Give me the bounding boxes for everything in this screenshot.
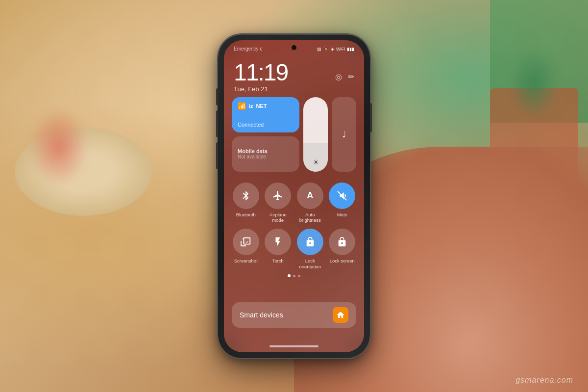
watermark: gsmarena.com — [515, 376, 573, 385]
wifi-icon: 📶 — [238, 102, 246, 110]
quick-tiles-area: 📶 iz NET Connected Mobile data Not avail… — [232, 97, 356, 172]
emergency-label: Emergency c — [234, 46, 262, 52]
music-icon: ♩ — [342, 129, 346, 140]
screenshot-button[interactable]: Screenshot — [232, 229, 260, 269]
mute-switch[interactable] — [216, 88, 218, 105]
time-display: 11:19 — [234, 61, 288, 84]
wifi-network-name: iz — [249, 103, 253, 109]
edit-icon[interactable]: ✏ — [348, 72, 354, 81]
left-quick-tiles: 📶 iz NET Connected Mobile data Not avail… — [232, 97, 299, 172]
torch-circle — [265, 229, 291, 255]
time-date-block: 11:19 Tue, Feb 21 — [234, 61, 288, 93]
auto-brightness-button[interactable]: A Auto brightness — [296, 183, 324, 223]
music-tile[interactable]: ♩ — [332, 97, 356, 172]
lock-screen-circle — [329, 229, 355, 255]
auto-brightness-label: Auto brightness — [296, 212, 324, 223]
screenshot-circle — [233, 229, 259, 255]
nfc-icon: ◈ — [331, 47, 334, 52]
mobile-data-status: Not available — [238, 154, 294, 159]
volume-down-button[interactable] — [216, 142, 218, 169]
screenshot-label: Screenshot — [234, 258, 258, 263]
mobile-data-tile[interactable]: Mobile data Not available — [232, 136, 299, 172]
controls-row-1: Bluetooth Airplane mode — [232, 183, 356, 223]
date-display: Tue, Feb 21 — [234, 85, 288, 93]
bluetooth-circle — [233, 183, 259, 209]
smart-devices-icon — [333, 307, 348, 323]
power-button[interactable] — [370, 103, 372, 132]
sim-icon: ▤ — [317, 47, 321, 52]
blur-decoration-1 — [29, 108, 88, 186]
blur-decoration-2 — [510, 49, 559, 118]
mute-icon: 🔕 — [323, 47, 329, 52]
brightness-slider[interactable]: ☀ — [303, 97, 328, 172]
wifi-status: Connected — [238, 122, 294, 128]
mute-label: Mute — [337, 212, 347, 217]
page-dots — [232, 274, 356, 277]
lock-orientation-circle — [297, 229, 323, 255]
focus-icon[interactable]: ◎ — [335, 72, 342, 81]
torch-button[interactable]: Torch — [264, 229, 293, 269]
controls-area: Bluetooth Airplane mode — [232, 183, 356, 278]
smart-devices-label: Smart devices — [240, 311, 283, 319]
controls-row-2: Screenshot Torch — [232, 229, 356, 269]
dot-active — [288, 274, 291, 277]
wifi-tile[interactable]: 📶 iz NET Connected — [232, 97, 299, 132]
airplane-circle — [265, 183, 291, 209]
bluetooth-label: Bluetooth — [236, 212, 256, 217]
time-section: 11:19 Tue, Feb 21 ◎ ✏ — [234, 61, 354, 93]
mobile-data-label: Mobile data — [238, 148, 294, 154]
airplane-mode-button[interactable]: Airplane mode — [264, 183, 293, 223]
airplane-label: Airplane mode — [264, 212, 293, 223]
dot-2 — [298, 275, 300, 277]
lock-screen-button[interactable]: Lock screen — [328, 229, 357, 269]
phone-screen: Emergency c ▤ 🔕 ◈ WiFi ▮▮▮ 11:19 Tue, Fe… — [224, 40, 364, 352]
phone-body: Emergency c ▤ 🔕 ◈ WiFi ▮▮▮ 11:19 Tue, Fe… — [218, 34, 370, 358]
bluetooth-button[interactable]: Bluetooth — [232, 183, 260, 223]
time-right-actions: ◎ ✏ — [335, 72, 354, 81]
status-icons: ▤ 🔕 ◈ WiFi ▮▮▮ — [317, 47, 354, 52]
wifi-network-full: NET — [256, 103, 267, 109]
mute-button[interactable]: Mute — [328, 183, 357, 223]
lock-screen-label: Lock screen — [330, 258, 355, 263]
lock-orientation-label: Lock orientation — [296, 258, 324, 269]
smart-devices-tile[interactable]: Smart devices — [232, 302, 356, 328]
auto-brightness-circle: A — [297, 183, 323, 209]
volume-up-button[interactable] — [216, 110, 218, 137]
phone: Emergency c ▤ 🔕 ◈ WiFi ▮▮▮ 11:19 Tue, Fe… — [218, 34, 370, 358]
dot-1 — [293, 275, 295, 277]
home-indicator[interactable] — [270, 345, 318, 347]
lock-orientation-button[interactable]: Lock orientation — [296, 229, 324, 269]
mute-circle — [329, 183, 355, 209]
battery-icon: ▮▮▮ — [347, 47, 354, 52]
front-camera — [292, 45, 296, 50]
brightness-icon: ☀ — [313, 158, 319, 167]
torch-label: Torch — [272, 258, 284, 263]
wifi-status-icon: WiFi — [336, 47, 345, 52]
right-quick-tiles: ♩ — [332, 97, 356, 172]
